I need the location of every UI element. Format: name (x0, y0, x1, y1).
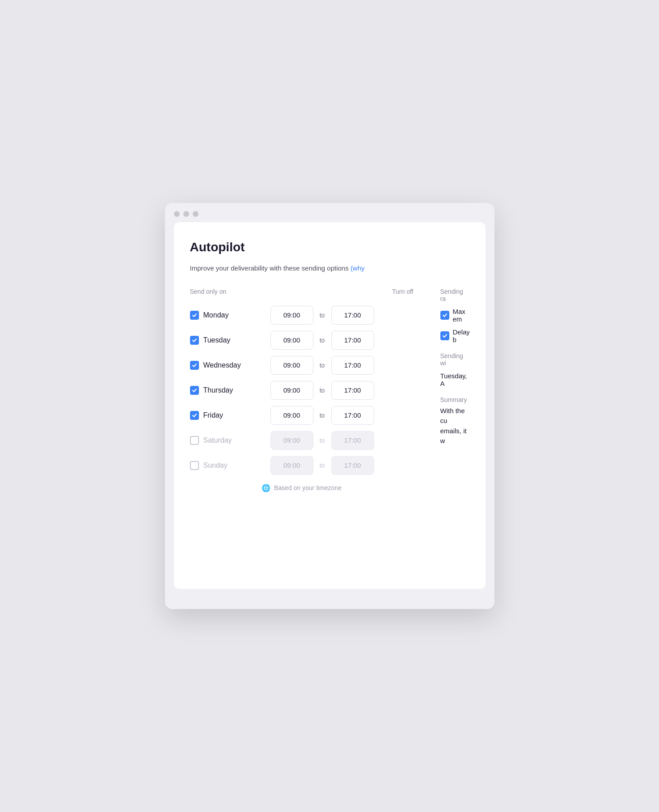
wednesday-label: Wednesday (203, 361, 241, 369)
schedule-section: Send only on Turn off Monday to (190, 288, 469, 492)
day-row-saturday: Saturday to (190, 431, 414, 450)
why-link[interactable]: (why (351, 264, 365, 272)
sending-rate-title: Sending ra (440, 288, 469, 302)
sunday-start-time (270, 456, 313, 475)
monday-checkbox-wrapper: Monday (190, 311, 270, 320)
day-row-thursday: Thursday to (190, 381, 414, 400)
saturday-end-time (331, 431, 374, 450)
traffic-light-maximize[interactable] (193, 211, 199, 217)
friday-end-time[interactable] (331, 406, 374, 425)
timezone-text: Based on your timezone (274, 484, 342, 491)
timezone-note: 🌐 Based on your timezone (190, 484, 414, 492)
max-emails-checkbox[interactable] (440, 311, 449, 320)
monday-end-time[interactable] (331, 306, 374, 325)
tuesday-checkbox-wrapper: Tuesday (190, 336, 270, 345)
thursday-checkbox[interactable] (190, 386, 199, 395)
tuesday-to-label: to (319, 337, 326, 344)
friday-checkbox-wrapper: Friday (190, 411, 270, 420)
monday-to-label: to (319, 312, 326, 319)
delay-checkbox[interactable] (440, 331, 449, 340)
page-subtitle: Improve your deliverability with these s… (190, 263, 469, 274)
day-row-wednesday: Wednesday to (190, 356, 414, 375)
sunday-checkbox[interactable] (190, 461, 199, 470)
max-emails-row: Max em (440, 308, 469, 323)
tuesday-start-time[interactable] (270, 331, 313, 350)
column-headers: Send only on Turn off (190, 288, 414, 299)
thursday-start-time[interactable] (270, 381, 313, 400)
thursday-end-time[interactable] (331, 381, 374, 400)
thursday-checkbox-wrapper: Thursday (190, 386, 270, 395)
summary-title: Summary (440, 396, 469, 403)
thursday-to-label: to (319, 387, 326, 394)
col-header-send-only-on: Send only on (190, 288, 270, 295)
monday-label: Monday (203, 311, 229, 319)
wednesday-start-time[interactable] (270, 356, 313, 375)
wednesday-end-time[interactable] (331, 356, 374, 375)
day-row-sunday: Sunday to (190, 456, 414, 475)
saturday-start-time (270, 431, 313, 450)
tuesday-label: Tuesday (203, 336, 231, 344)
right-panel: Sending ra Max em Delay b (440, 288, 469, 492)
summary-text: With the cu emails, it w (440, 406, 469, 446)
sunday-checkbox-wrapper: Sunday (190, 461, 270, 470)
friday-checkbox[interactable] (190, 411, 199, 420)
friday-start-time[interactable] (270, 406, 313, 425)
sunday-to-label: to (319, 462, 326, 469)
day-row-friday: Friday to (190, 406, 414, 425)
wednesday-checkbox-wrapper: Wednesday (190, 361, 270, 370)
saturday-to-label: to (319, 437, 326, 444)
monday-start-time[interactable] (270, 306, 313, 325)
saturday-checkbox[interactable] (190, 436, 199, 445)
globe-icon: 🌐 (262, 484, 270, 492)
traffic-light-minimize[interactable] (183, 211, 189, 217)
tuesday-checkbox[interactable] (190, 336, 199, 345)
delay-row: Delay b (440, 328, 469, 343)
main-content: Autopilot Improve your deliverability wi… (174, 222, 486, 589)
page-title: Autopilot (190, 240, 469, 254)
app-window: Autopilot Improve your deliverability wi… (165, 203, 494, 609)
titlebar (165, 203, 494, 222)
sunday-label: Sunday (203, 461, 228, 469)
traffic-light-close[interactable] (174, 211, 180, 217)
tuesday-end-time[interactable] (331, 331, 374, 350)
monday-checkbox[interactable] (190, 311, 199, 320)
wednesday-checkbox[interactable] (190, 361, 199, 370)
saturday-checkbox-wrapper: Saturday (190, 436, 270, 445)
day-row-tuesday: Tuesday to (190, 331, 414, 350)
friday-label: Friday (203, 411, 223, 419)
max-emails-label: Max em (453, 308, 469, 323)
saturday-label: Saturday (203, 436, 232, 444)
sending-window-value: Tuesday, A (440, 372, 469, 387)
col-header-turn-off: Turn off (369, 288, 414, 295)
thursday-label: Thursday (203, 386, 233, 394)
day-row-monday: Monday to (190, 306, 414, 325)
wednesday-to-label: to (319, 362, 326, 369)
delay-label: Delay b (453, 328, 469, 343)
sending-window-title: Sending wi (440, 352, 469, 367)
sunday-end-time (331, 456, 374, 475)
left-panel: Send only on Turn off Monday to (190, 288, 414, 492)
friday-to-label: to (319, 412, 326, 419)
